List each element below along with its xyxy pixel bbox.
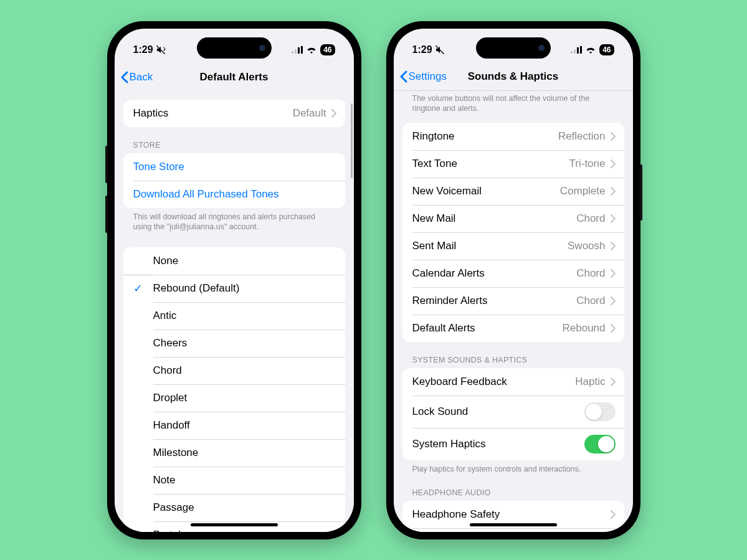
back-button[interactable]: Back	[121, 64, 153, 91]
cellular-icon	[571, 46, 582, 54]
download-all-label: Download All Purchased Tones	[133, 188, 336, 201]
keyboard-feedback-value: Haptic	[575, 376, 605, 388]
page-title: Sounds & Haptics	[468, 70, 558, 83]
battery-badge: 46	[320, 44, 335, 55]
chevron-right-icon	[611, 297, 616, 305]
svg-rect-7	[580, 46, 582, 54]
chevron-left-icon	[121, 71, 128, 83]
tone-store-row[interactable]: Tone Store	[123, 153, 345, 181]
chevron-right-icon	[611, 510, 616, 519]
download-all-row[interactable]: Download All Purchased Tones	[123, 181, 345, 208]
sound-row[interactable]: Text ToneTri-tone	[402, 150, 624, 178]
sound-value: Swoosh	[568, 240, 605, 252]
svg-rect-2	[298, 47, 300, 54]
sound-label: Text Tone	[412, 158, 569, 170]
wifi-icon	[585, 45, 596, 54]
scroll-indicator	[351, 103, 353, 178]
home-indicator[interactable]	[470, 523, 557, 526]
phone-frame-left: 1:29 46 Back Default Alerts Haptics Defa…	[107, 21, 361, 539]
svg-rect-0	[292, 51, 293, 54]
system-group: Keyboard Feedback Haptic Lock Sound Syst…	[402, 368, 624, 460]
chevron-right-icon	[611, 214, 616, 223]
tone-row[interactable]: Milestone	[123, 439, 345, 467]
system-haptics-row: System Haptics	[402, 428, 624, 460]
tone-label: Note	[153, 474, 176, 486]
tone-row[interactable]: Chord	[123, 357, 345, 384]
tone-row[interactable]: ✓Rebound (Default)	[123, 275, 345, 302]
chevron-right-icon	[611, 187, 616, 196]
sounds-group: RingtoneReflectionText ToneTri-toneNew V…	[402, 123, 624, 342]
nav-bar: Settings Sounds & Haptics	[394, 64, 633, 91]
sound-row[interactable]: New MailChord	[402, 205, 624, 232]
cellular-icon	[292, 46, 303, 54]
status-time: 1:29	[133, 44, 153, 55]
system-header: SYSTEM SOUNDS & HAPTICS	[402, 342, 624, 368]
tone-row[interactable]: Handoff	[123, 412, 345, 439]
screen-left: 1:29 46 Back Default Alerts Haptics Defa…	[115, 29, 354, 532]
headphone-group: Headphone Safety Personalized Spatial Au…	[402, 501, 624, 531]
system-footer: Play haptics for system controls and int…	[402, 460, 624, 475]
content-left[interactable]: Haptics Default STORE Tone Store Downloa…	[115, 91, 354, 532]
tone-label: Droplet	[153, 392, 188, 404]
sound-row[interactable]: Default AlertsRebound	[402, 315, 624, 342]
tone-row[interactable]: Antic	[123, 302, 345, 330]
sound-value: Chord	[576, 212, 605, 225]
sound-label: Sent Mail	[412, 240, 568, 252]
wifi-icon	[306, 45, 317, 54]
tone-label: Chord	[153, 364, 182, 377]
sound-row[interactable]: Calendar AlertsChord	[402, 260, 624, 287]
sound-value: Reflection	[558, 130, 606, 143]
tone-label: Rebound (Default)	[153, 282, 240, 295]
status-time: 1:29	[412, 44, 432, 55]
tone-row[interactable]: None	[123, 247, 345, 275]
sound-label: New Voicemail	[412, 185, 560, 197]
home-indicator[interactable]	[191, 523, 278, 526]
keyboard-feedback-label: Keyboard Feedback	[412, 376, 576, 388]
tone-row[interactable]: Cheers	[123, 330, 345, 357]
sound-label: Calendar Alerts	[412, 267, 577, 280]
back-button[interactable]: Settings	[400, 64, 447, 90]
keyboard-feedback-row[interactable]: Keyboard Feedback Haptic	[402, 368, 624, 396]
tone-row[interactable]: Droplet	[123, 384, 345, 412]
haptics-row[interactable]: Haptics Default	[123, 100, 345, 127]
tone-row[interactable]: Passage	[123, 494, 345, 521]
back-label: Settings	[409, 70, 447, 83]
chevron-right-icon	[611, 377, 616, 386]
tone-label: Antic	[153, 310, 177, 322]
tone-label: None	[153, 255, 179, 267]
sound-row[interactable]: RingtoneReflection	[402, 123, 624, 150]
volume-footer: The volume buttons will not affect the v…	[402, 91, 624, 115]
sound-row[interactable]: Sent MailSwoosh	[402, 232, 624, 260]
tone-list: None✓Rebound (Default)AnticCheersChordDr…	[123, 247, 345, 531]
tone-store-label: Tone Store	[133, 161, 336, 173]
checkmark-icon: ✓	[133, 282, 153, 295]
nav-bar: Back Default Alerts	[115, 64, 354, 91]
sound-label: Reminder Alerts	[412, 295, 577, 307]
chevron-left-icon	[400, 70, 407, 83]
lock-sound-row: Lock Sound	[402, 396, 624, 428]
sound-value: Complete	[560, 185, 606, 197]
tone-label: Passage	[153, 501, 194, 514]
chevron-right-icon	[611, 132, 616, 141]
system-haptics-toggle[interactable]	[584, 435, 616, 453]
lock-sound-toggle[interactable]	[584, 402, 616, 421]
chevron-right-icon	[611, 324, 616, 333]
chevron-right-icon	[331, 109, 336, 118]
sound-label: Default Alerts	[412, 322, 563, 335]
content-right[interactable]: The volume buttons will not affect the v…	[394, 91, 633, 532]
tone-row[interactable]: Note	[123, 467, 345, 494]
tone-label: Portal	[153, 529, 181, 531]
svg-rect-1	[295, 49, 297, 54]
store-group: Tone Store Download All Purchased Tones	[123, 153, 345, 208]
screen-right: 1:29 46 Settings Sounds & Haptics The vo…	[394, 29, 633, 532]
download-footer: This will download all ringtones and ale…	[123, 208, 345, 233]
page-title: Default Alerts	[200, 71, 269, 83]
svg-rect-4	[571, 51, 573, 54]
dynamic-island	[197, 37, 272, 59]
sound-row[interactable]: Reminder AlertsChord	[402, 287, 624, 315]
silent-icon	[156, 45, 166, 55]
sound-label: New Mail	[412, 212, 577, 225]
spatial-audio-row[interactable]: Personalized Spatial Audio On	[402, 528, 624, 531]
phone-frame-right: 1:29 46 Settings Sounds & Haptics The vo…	[386, 21, 640, 539]
sound-row[interactable]: New VoicemailComplete	[402, 178, 624, 205]
